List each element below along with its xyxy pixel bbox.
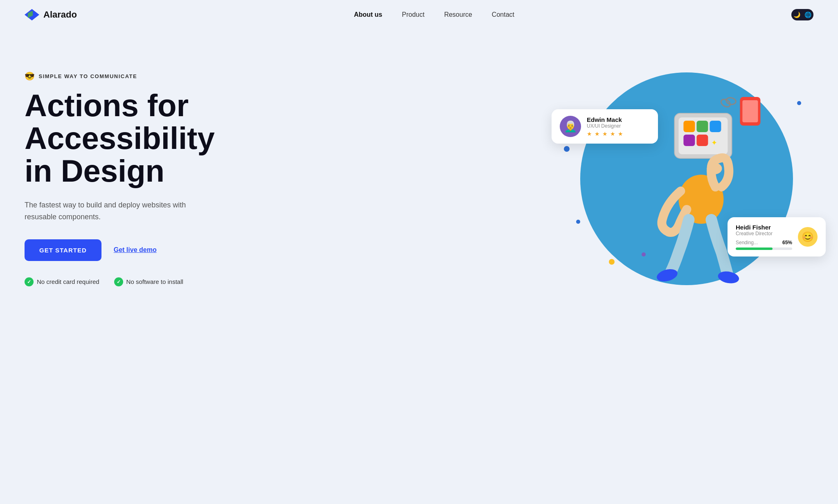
hero-illustration: ✦: [560, 52, 813, 306]
logo-text: Alarado: [43, 9, 77, 20]
hero-title: Actions for Accessibility in Design: [25, 89, 215, 187]
dot-1: [564, 146, 570, 152]
heidi-avatar: 😊: [798, 227, 818, 247]
logo-icon: [25, 7, 39, 22]
heidi-content: Heidi Fisher Creative Director Sending..…: [736, 224, 792, 250]
hero-description: The fastest way to build and deploy webs…: [25, 199, 213, 223]
sun-icon: 🌐: [804, 11, 811, 18]
check-no-credit-card: ✓ No credit card required: [25, 277, 99, 286]
svg-rect-15: [742, 100, 758, 122]
svg-rect-8: [696, 135, 708, 146]
logo[interactable]: Alarado: [25, 7, 77, 22]
nav-item-contact[interactable]: Contact: [492, 11, 514, 18]
svg-rect-7: [683, 135, 695, 146]
nav-item-product[interactable]: Product: [402, 11, 424, 18]
nav-link-resource[interactable]: Resource: [444, 11, 472, 18]
hero-section: 😎 SIMPLE WAY TO COMMUNICATE Actions for …: [0, 29, 838, 336]
check-icon-2: ✓: [114, 277, 123, 286]
badge-emoji: 😎: [25, 71, 36, 81]
heidi-name: Heidi Fisher: [736, 224, 792, 231]
theme-toggle[interactable]: 🌙 🌐: [791, 9, 813, 20]
edwin-avatar-emoji: 👨‍🦳: [564, 120, 577, 133]
nav-links: About us Product Resource Contact: [354, 11, 514, 18]
edwin-stars: ★ ★ ★ ★ ★: [587, 130, 624, 137]
nav-link-contact[interactable]: Contact: [492, 11, 514, 18]
check-label-1: No credit card required: [37, 278, 99, 285]
live-demo-button[interactable]: Get live demo: [114, 246, 157, 254]
dot-5: [797, 101, 801, 105]
edwin-avatar: 👨‍🦳: [560, 116, 581, 137]
moon-icon: 🌙: [793, 11, 800, 18]
progress-label: Sending...: [736, 240, 758, 245]
progress-row: Sending... 65%: [736, 240, 792, 245]
hero-trust-badges: ✓ No credit card required ✓ No software …: [25, 277, 215, 286]
progress-bar-fill: [736, 248, 773, 250]
check-icon-1: ✓: [25, 277, 34, 286]
dot-2: [576, 220, 580, 224]
dot-3: [609, 259, 615, 265]
hero-title-line1: Actions for: [25, 88, 189, 123]
heidi-avatar-emoji: 😊: [802, 231, 814, 243]
navbar: Alarado About us Product Resource Contac…: [0, 0, 838, 29]
get-started-button[interactable]: GET STARTED: [25, 239, 101, 261]
edwin-role: UX/UI Designer: [587, 123, 624, 129]
svg-point-18: [725, 97, 736, 105]
svg-rect-4: [683, 121, 695, 132]
check-no-software: ✓ No software to install: [114, 277, 183, 286]
svg-text:✦: ✦: [711, 139, 717, 147]
svg-point-17: [720, 98, 732, 108]
check-label-2: No software to install: [126, 278, 183, 285]
svg-rect-5: [696, 121, 708, 132]
dot-4: [642, 252, 646, 256]
edwin-info: Edwin Mack UX/UI Designer ★ ★ ★ ★ ★: [587, 116, 624, 137]
hero-buttons: GET STARTED Get live demo: [25, 239, 215, 261]
edwin-name: Edwin Mack: [587, 116, 624, 123]
nav-item-about[interactable]: About us: [354, 11, 382, 18]
hero-content: 😎 SIMPLE WAY TO COMMUNICATE Actions for …: [25, 71, 215, 286]
hero-badge: 😎 SIMPLE WAY TO COMMUNICATE: [25, 71, 215, 81]
progress-pct: 65%: [782, 240, 792, 245]
svg-rect-6: [710, 121, 721, 132]
progress-bar-background: [736, 248, 792, 250]
nav-link-about[interactable]: About us: [354, 11, 382, 18]
card-edwin: 👨‍🦳 Edwin Mack UX/UI Designer ★ ★ ★ ★ ★: [552, 109, 658, 144]
card-heidi: Heidi Fisher Creative Director Sending..…: [728, 217, 826, 256]
svg-point-12: [717, 270, 740, 285]
hero-title-line3: in Design: [25, 153, 164, 188]
nav-item-resource[interactable]: Resource: [444, 11, 472, 18]
hero-title-line2: Accessibility: [25, 121, 215, 155]
nav-link-product[interactable]: Product: [402, 11, 424, 18]
badge-text: SIMPLE WAY TO COMMUNICATE: [39, 73, 137, 79]
svg-point-13: [707, 163, 722, 174]
heidi-role: Creative Director: [736, 231, 792, 236]
